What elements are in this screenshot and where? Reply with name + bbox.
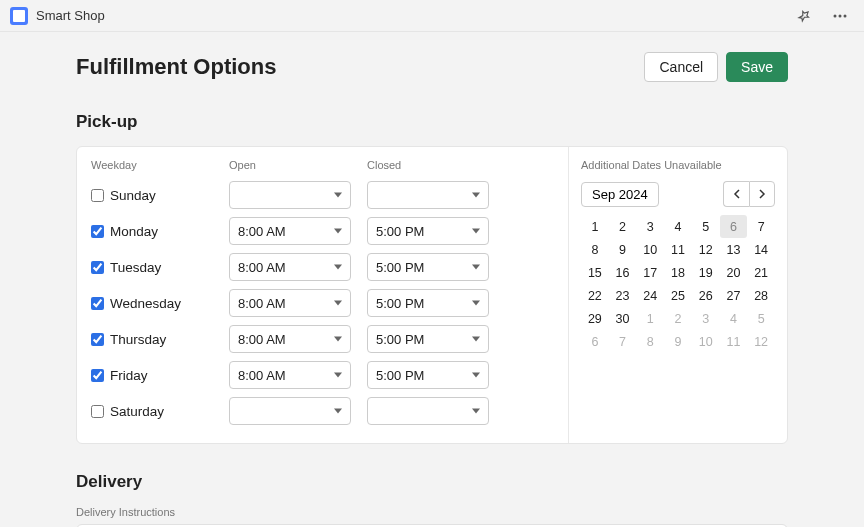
svg-point-2: [844, 14, 847, 17]
open-time-select[interactable]: 8:00 AM: [229, 325, 351, 353]
calendar-day[interactable]: 27: [720, 284, 748, 307]
calendar-day[interactable]: 12: [692, 238, 720, 261]
weekday-name: Tuesday: [110, 260, 161, 275]
weekday-checkbox[interactable]: [91, 333, 104, 346]
calendar-day[interactable]: 5: [692, 215, 720, 238]
calendar-day[interactable]: 1: [636, 307, 664, 330]
weekday-checkbox-label[interactable]: Thursday: [91, 332, 229, 347]
calendar-day[interactable]: 8: [581, 238, 609, 261]
calendar-day[interactable]: 9: [664, 330, 692, 353]
delivery-instructions-label: Delivery Instructions: [76, 506, 788, 518]
calendar-day[interactable]: 3: [636, 215, 664, 238]
col-header-closed: Closed: [367, 159, 505, 171]
weekday-name: Wednesday: [110, 296, 181, 311]
closed-time-select[interactable]: 5:00 PM: [367, 361, 489, 389]
weekday-checkbox[interactable]: [91, 261, 104, 274]
calendar-grid: 1234567891011121314151617181920212223242…: [581, 215, 775, 353]
open-time-select[interactable]: 8:00 AM: [229, 217, 351, 245]
calendar-day[interactable]: 6: [720, 215, 748, 238]
weekday-name: Thursday: [110, 332, 166, 347]
closed-time-select[interactable]: 5:00 PM: [367, 253, 489, 281]
calendar-day[interactable]: 14: [747, 238, 775, 261]
calendar-day[interactable]: 3: [692, 307, 720, 330]
schedule-row: Thursday8:00 AM5:00 PM: [91, 323, 554, 355]
weekday-checkbox[interactable]: [91, 405, 104, 418]
calendar-day[interactable]: 10: [692, 330, 720, 353]
weekday-checkbox-label[interactable]: Sunday: [91, 188, 229, 203]
calendar-day[interactable]: 21: [747, 261, 775, 284]
weekday-checkbox[interactable]: [91, 189, 104, 202]
calendar-day[interactable]: 13: [720, 238, 748, 261]
calendar-day[interactable]: 18: [664, 261, 692, 284]
weekday-checkbox-label[interactable]: Monday: [91, 224, 229, 239]
delivery-section-title: Delivery: [76, 472, 788, 492]
calendar-day[interactable]: 2: [664, 307, 692, 330]
cancel-button[interactable]: Cancel: [644, 52, 718, 82]
calendar-day[interactable]: 1: [581, 215, 609, 238]
weekday-checkbox-label[interactable]: Tuesday: [91, 260, 229, 275]
schedule-col: Weekday Open Closed SundayMonday8:00 AM5…: [77, 147, 569, 443]
calendar-day[interactable]: 9: [609, 238, 637, 261]
weekday-checkbox[interactable]: [91, 225, 104, 238]
calendar-day[interactable]: 11: [664, 238, 692, 261]
schedule-row: Sunday: [91, 179, 554, 211]
schedule-row: Friday8:00 AM5:00 PM: [91, 359, 554, 391]
open-time-select[interactable]: [229, 397, 351, 425]
schedule-row: Tuesday8:00 AM5:00 PM: [91, 251, 554, 283]
closed-time-select[interactable]: 5:00 PM: [367, 289, 489, 317]
calendar-day[interactable]: 25: [664, 284, 692, 307]
open-time-select[interactable]: 8:00 AM: [229, 253, 351, 281]
calendar-day[interactable]: 2: [609, 215, 637, 238]
calendar-day[interactable]: 22: [581, 284, 609, 307]
open-time-select[interactable]: 8:00 AM: [229, 361, 351, 389]
weekday-name: Saturday: [110, 404, 164, 419]
calendar-day[interactable]: 10: [636, 238, 664, 261]
svg-point-1: [839, 14, 842, 17]
calendar-day[interactable]: 26: [692, 284, 720, 307]
col-header-open: Open: [229, 159, 367, 171]
open-time-select[interactable]: 8:00 AM: [229, 289, 351, 317]
calendar-day[interactable]: 4: [664, 215, 692, 238]
calendar-day[interactable]: 29: [581, 307, 609, 330]
more-icon[interactable]: [826, 3, 854, 29]
calendar-day[interactable]: 8: [636, 330, 664, 353]
closed-time-select[interactable]: [367, 181, 489, 209]
prev-month-button[interactable]: [723, 181, 749, 207]
col-header-weekday: Weekday: [91, 159, 229, 171]
calendar-day[interactable]: 6: [581, 330, 609, 353]
calendar-day[interactable]: 12: [747, 330, 775, 353]
calendar-day[interactable]: 17: [636, 261, 664, 284]
calendar-day[interactable]: 7: [609, 330, 637, 353]
calendar-day[interactable]: 11: [720, 330, 748, 353]
save-button[interactable]: Save: [726, 52, 788, 82]
closed-time-select[interactable]: 5:00 PM: [367, 325, 489, 353]
next-month-button[interactable]: [749, 181, 775, 207]
calendar-day[interactable]: 5: [747, 307, 775, 330]
calendar-day[interactable]: 23: [609, 284, 637, 307]
calendar-day[interactable]: 15: [581, 261, 609, 284]
weekday-name: Monday: [110, 224, 158, 239]
weekday-checkbox[interactable]: [91, 369, 104, 382]
weekday-checkbox-label[interactable]: Saturday: [91, 404, 229, 419]
topbar: Smart Shop: [0, 0, 864, 32]
weekday-checkbox[interactable]: [91, 297, 104, 310]
calendar-day[interactable]: 20: [720, 261, 748, 284]
calendar-day[interactable]: 7: [747, 215, 775, 238]
closed-time-select[interactable]: [367, 397, 489, 425]
calendar-day[interactable]: 30: [609, 307, 637, 330]
weekday-name: Friday: [110, 368, 148, 383]
closed-time-select[interactable]: 5:00 PM: [367, 217, 489, 245]
weekday-checkbox-label[interactable]: Friday: [91, 368, 229, 383]
calendar-day[interactable]: 16: [609, 261, 637, 284]
calendar-day[interactable]: 19: [692, 261, 720, 284]
calendar-day[interactable]: 24: [636, 284, 664, 307]
page-title: Fulfillment Options: [76, 54, 276, 80]
month-select-button[interactable]: Sep 2024: [581, 182, 659, 207]
weekday-checkbox-label[interactable]: Wednesday: [91, 296, 229, 311]
app-name: Smart Shop: [36, 8, 105, 23]
page-header: Fulfillment Options Cancel Save: [76, 52, 788, 82]
calendar-day[interactable]: 4: [720, 307, 748, 330]
pin-icon[interactable]: [790, 3, 818, 29]
calendar-day[interactable]: 28: [747, 284, 775, 307]
open-time-select[interactable]: [229, 181, 351, 209]
